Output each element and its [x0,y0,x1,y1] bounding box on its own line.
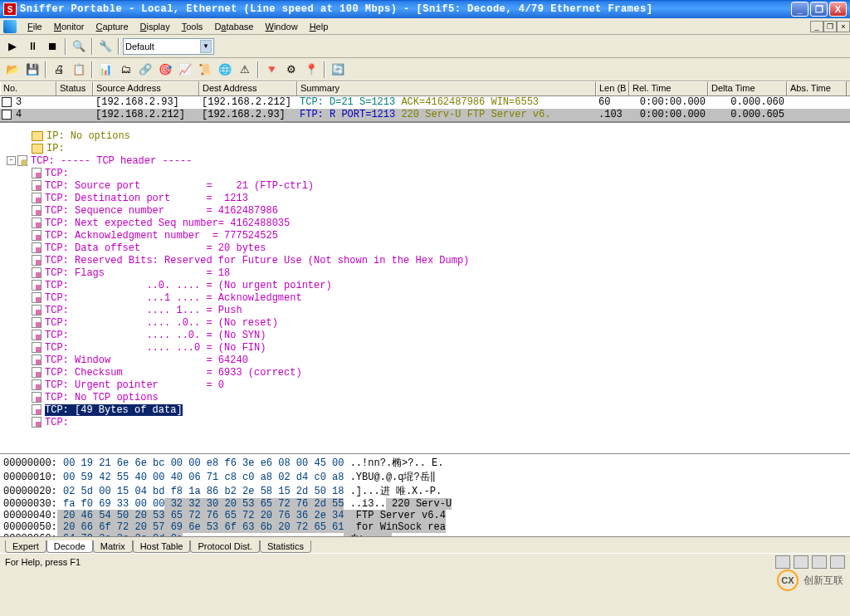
table-row[interactable]: 3 [192.168.2.93] [192.168.2.212] TCP: D=… [0,96,850,109]
filter-icon[interactable]: 🔻 [262,61,281,79]
menu-tools[interactable]: Tools [176,20,209,33]
menu-file[interactable]: File [22,20,48,33]
tree-line[interactable]: TCP: .... ..0. = (No SYN) [0,329,850,341]
tab-stats[interactable]: Statistics [260,540,311,553]
tree-text: TCP: Acknowledgment number = 777524525 [45,230,278,242]
status-icon [830,555,845,569]
row-checkbox[interactable] [2,97,12,107]
open-icon[interactable]: 📂 [3,61,22,79]
tab-decode[interactable]: Decode [46,540,93,553]
table-row[interactable]: 4 [192.168.2.212] [192.168.2.93] FTP: R … [0,109,850,121]
menu-monitor[interactable]: Monitor [48,20,90,33]
mdi-restore[interactable]: ❐ [823,21,837,32]
menu-display[interactable]: Display [134,20,176,33]
menu-database[interactable]: Database [208,20,259,33]
binoculars-icon[interactable]: 🔍 [70,37,88,56]
mdi-close[interactable]: × [837,21,850,32]
menu-capture[interactable]: Capture [90,20,134,33]
collapse-icon[interactable]: - [7,156,16,165]
protocol-icon [17,155,27,166]
window-title: Sniffer Portable - Local, Ethernet (Line… [20,3,791,15]
col-len[interactable]: Len (B [596,81,629,95]
protodist-icon[interactable]: 📈 [176,61,194,79]
tree-line[interactable]: TCP: Reserved Bits: Reserved for Future … [0,254,850,266]
tree-line[interactable]: TCP: Flags = 18 [0,266,850,279]
settings-icon[interactable]: ⚙ [282,61,300,79]
cell-no: 4 [13,109,56,121]
copy-icon[interactable]: 📋 [70,61,88,79]
tree-line[interactable]: TCP: Destination port = 1213 [0,192,850,204]
tree-line[interactable]: TCP: .... 1... = Push [0,304,850,316]
mdi-minimize[interactable]: _ [810,21,823,32]
play-icon[interactable]: ▶ [3,37,22,56]
hex-pane[interactable]: 00000000: 00 19 21 6e 6e bc 00 00 e8 f6 … [0,453,850,536]
row-checkbox[interactable] [2,110,12,120]
minimize-button[interactable]: _ [791,2,808,17]
tree-text: TCP: ----- TCP header ----- [31,155,192,167]
tree-line[interactable]: TCP: .... .0.. = (No reset) [0,316,850,329]
tree-line[interactable]: TCP: [0,167,850,179]
col-abstime[interactable]: Abs. Time [787,81,847,95]
page-icon [32,218,42,228]
global-icon[interactable]: 🌐 [216,61,234,79]
status-icon [812,555,827,569]
cell-del: 0.000.605 [708,109,787,121]
status-text: For Help, press F1 [5,557,81,567]
refresh-icon[interactable]: 🔄 [329,61,347,79]
col-dst[interactable]: Dest Address [199,81,297,95]
tab-host[interactable]: Host Table [133,540,191,553]
col-deltatime[interactable]: Delta Time [708,81,787,95]
tree-line[interactable]: TCP: ..0. .... = (No urgent pointer) [0,279,850,291]
matrix-icon[interactable]: 🔗 [136,61,154,79]
col-summary[interactable]: Summary [297,81,596,95]
tab-expert[interactable]: Expert [5,540,46,553]
tree-text: TCP: .... 1... = Push [45,305,242,316]
history-icon[interactable]: 📜 [196,61,214,79]
status-icon [794,555,808,569]
tree-line[interactable]: TCP: No TCP options [0,391,850,403]
tree-line[interactable]: TCP: Next expected Seq number= 416248803… [0,217,850,229]
art-icon[interactable]: 🎯 [156,61,174,79]
col-status[interactable]: Status [56,81,93,95]
mdi-icon [3,20,17,33]
cell-summary: FTP: R PORT=1213 220 Serv-U FTP Server v… [297,109,596,121]
page-icon [32,292,42,303]
dashboard-icon[interactable]: 📊 [96,61,115,79]
tree-line[interactable]: TCP: ...1 .... = Acknowledgment [0,291,850,304]
maximize-button[interactable]: ❐ [810,2,828,17]
profile-combo[interactable]: Default▼ [123,38,214,55]
tree-line[interactable]: TCP: Window = 64240 [0,354,850,366]
print-icon[interactable]: 🖨 [50,61,68,79]
tree-line[interactable]: TCP: Acknowledgment number = 777524525 [0,229,850,242]
cell-status [56,109,93,121]
tab-matrix[interactable]: Matrix [93,540,133,553]
col-src[interactable]: Source Address [93,81,199,95]
decode-pane[interactable]: IP: No options IP: -TCP: ----- TCP heade… [0,121,850,453]
tree-line[interactable]: TCP: Data offset = 20 bytes [0,242,850,254]
tab-proto[interactable]: Protocol Dist. [190,540,259,553]
save-icon[interactable]: 💾 [23,61,42,79]
chevron-down-icon[interactable]: ▼ [200,40,212,53]
wrench-icon[interactable]: 🔧 [96,37,115,56]
alarm-icon[interactable]: ⚠ [236,61,254,79]
hosttable-icon[interactable]: 🗂 [116,61,134,79]
pause-icon[interactable]: ⏸ [23,37,42,56]
tree-line[interactable]: TCP: Checksum = 6933 (correct) [0,366,850,379]
tree-line[interactable]: TCP: Source port = 21 (FTP-ctrl) [0,179,850,192]
status-bar: For Help, press F1 [0,553,850,570]
close-button[interactable]: X [829,2,847,17]
menu-window[interactable]: Window [259,20,303,33]
tree-text: TCP: .... ..0. = (No SYN) [45,330,266,341]
col-reltime[interactable]: Rel. Time [629,81,708,95]
tree-line[interactable]: TCP: .... ...0 = (No FIN) [0,341,850,354]
stop-icon[interactable]: ⏹ [43,37,61,56]
page-icon [32,404,42,415]
page-icon [32,354,42,365]
tree-line[interactable]: TCP: Sequence number = 4162487986 [0,204,850,217]
col-no[interactable]: No. [0,81,56,95]
page-icon [32,417,42,428]
page-icon [32,379,42,390]
menu-help[interactable]: Help [304,20,335,33]
address-icon[interactable]: 📍 [302,61,320,79]
tree-line[interactable]: TCP: Urgent pointer = 0 [0,379,850,391]
